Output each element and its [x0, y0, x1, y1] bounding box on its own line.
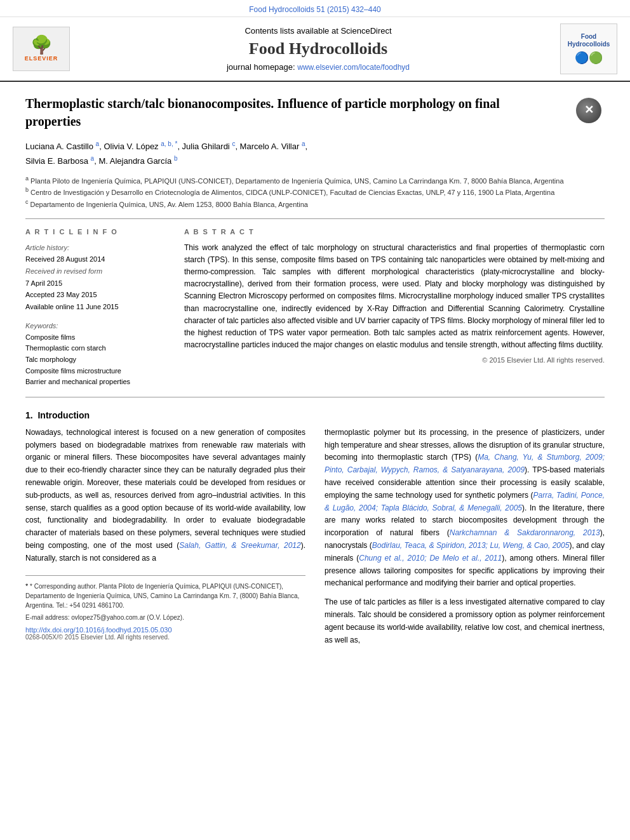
accepted-date: Accepted 23 May 2015	[25, 289, 165, 301]
body-left-col: Nowadays, technological interest is focu…	[25, 427, 305, 653]
intro-left-para: Nowadays, technological interest is focu…	[25, 427, 305, 565]
ref-ma-pinto[interactable]: Ma, Chang, Yu, & Stumborg, 2009; Pinto, …	[325, 453, 605, 474]
received-date: Received 28 August 2014	[25, 253, 165, 265]
footnote-email: E-mail address: ovlopez75@yahoo.com.ar (…	[25, 613, 305, 622]
keywords-section: Keywords: Composite films Thermoplastic …	[25, 322, 165, 388]
ref-parra-tapla[interactable]: Parra, Tadini, Ponce, & Lugão, 2004; Tap…	[325, 491, 605, 512]
body-two-col: Nowadays, technological interest is focu…	[25, 427, 605, 653]
journal-logo-box: FoodHydrocolloids 🔵🟢	[560, 23, 617, 74]
journal-citation: Food Hydrocolloids 51 (2015) 432–440	[0, 0, 630, 17]
homepage-url[interactable]: www.elsevier.com/locate/foodhyd	[297, 63, 410, 72]
intro-right-para-1: thermoplastic polymer but its processing…	[325, 427, 605, 590]
affiliation-a-text: Planta Piloto de Ingeniería Química, PLA…	[30, 177, 563, 185]
elsevier-label: ELSEVIER	[25, 55, 58, 62]
affiliation-b: b Centro de Investigación y Desarrollo e…	[25, 186, 605, 197]
science-direct-text: Contents lists available at ScienceDirec…	[245, 26, 391, 36]
affiliation-b-text: Centro de Investigación y Desarrollo en …	[30, 189, 554, 196]
citation-text: Food Hydrocolloids 51 (2015) 432–440	[249, 5, 380, 14]
elsevier-logo-image: 🌳 ELSEVIER	[13, 27, 70, 71]
affiliation-c: c Departamento de Ingeniería Química, UN…	[25, 198, 605, 210]
author-barbosa: Silvia E. Barbosa a,	[25, 156, 98, 166]
separator-2	[25, 397, 605, 397]
ref-salah[interactable]: Salah, Gattin, & Sreekumar, 2012	[179, 541, 300, 550]
ref-bodirlau[interactable]: Bodirlau, Teaca, & Spiridon, 2013; Lu, W…	[372, 541, 570, 550]
author-garcia: M. Alejandra García b	[98, 156, 177, 166]
section-number: 1.	[25, 410, 33, 420]
section-title: Introduction	[37, 410, 90, 420]
revised-label: Received in revised form	[25, 265, 165, 277]
abstract-label: A B S T R A C T	[184, 228, 605, 236]
copyright-text: © 2015 Elsevier Ltd. All rights reserved…	[184, 356, 605, 364]
author-lopez: Olivia V. López a, b, *,	[104, 142, 182, 151]
journal-title: Food Hydrocolloids	[76, 39, 560, 58]
article-title: Thermoplastic starch/talc bionanocomposi…	[25, 95, 605, 130]
science-direct-link[interactable]: Contents lists available at ScienceDirec…	[76, 26, 560, 36]
journal-name-section: Contents lists available at ScienceDirec…	[76, 26, 560, 72]
article-info-label: A R T I C L E I N F O	[25, 228, 165, 236]
intro-heading: 1. Introduction	[25, 410, 605, 420]
journal-homepage: journal homepage: www.elsevier.com/locat…	[76, 62, 560, 72]
separator	[25, 218, 605, 219]
keyword-barrier: Barrier and mechanical properties	[25, 377, 165, 388]
email-label: E-mail address:	[25, 614, 69, 621]
issn-text: 0268-005X/© 2015 Elsevier Ltd. All right…	[25, 634, 305, 641]
ref-nark[interactable]: Narkchamnan & Sakdaronnarong, 2013	[450, 528, 600, 537]
history-label: Article history:	[25, 242, 165, 254]
intro-right-para-2: The use of talc particles as filler is a…	[325, 596, 605, 646]
keyword-microstructure: Composite films microstructure	[25, 366, 165, 377]
author-ghilardi: Julia Ghilardi c,	[182, 142, 240, 151]
crossmark-icon: ✕	[576, 98, 601, 123]
keyword-composite-films: Composite films	[25, 332, 165, 343]
doi-link[interactable]: http://dx.doi.org/10.1016/j.foodhyd.2015…	[25, 626, 305, 634]
footnote-star-note: * * Corresponding author. Planta Piloto …	[25, 581, 305, 611]
author-villar: Marcelo A. Villar a,	[240, 142, 307, 151]
elsevier-logo: 🌳 ELSEVIER	[13, 27, 76, 71]
journal-header: 🌳 ELSEVIER Contents lists available at S…	[0, 17, 630, 82]
author-castillo: Luciana A. Castillo a,	[25, 142, 104, 151]
article-history: Article history: Received 28 August 2014…	[25, 242, 165, 313]
keywords-label: Keywords:	[25, 322, 165, 330]
body-right-col: thermoplastic polymer but its processing…	[325, 427, 605, 653]
elsevier-tree-icon: 🌳	[30, 36, 53, 54]
keyword-thermoplastic: Thermoplastic corn starch	[25, 343, 165, 354]
journal-logo-image: 🔵🟢	[575, 51, 603, 65]
email-link[interactable]: ovlopez75@yahoo.com.ar (O.V. López).	[71, 614, 184, 621]
article-info-abstract: A R T I C L E I N F O Article history: R…	[25, 228, 605, 388]
footnote-text: * Corresponding author. Planta Piloto de…	[25, 583, 299, 610]
introduction-section: 1. Introduction Nowadays, technological …	[25, 410, 605, 653]
homepage-label: journal homepage:	[227, 62, 295, 72]
journal-logo-title: FoodHydrocolloids	[568, 33, 610, 48]
main-content: Thermoplastic starch/talc bionanocomposi…	[0, 82, 630, 665]
authors-section: Luciana A. Castillo a, Olivia V. López a…	[25, 139, 605, 168]
ref-chung[interactable]: Chung et al., 2010; De Melo et al., 2011	[359, 554, 502, 563]
title-text: Thermoplastic starch/talc bionanocomposi…	[25, 97, 500, 128]
affiliation-a: a Planta Piloto de Ingeniería Química, P…	[25, 175, 605, 186]
revised-date: 7 April 2015	[25, 277, 165, 290]
affiliation-c-text: Departamento de Ingeniería Química, UNS,…	[30, 200, 308, 208]
affiliations-section: a Planta Piloto de Ingeniería Química, P…	[25, 175, 605, 209]
footnote-section: * * Corresponding author. Planta Piloto …	[25, 575, 305, 623]
keyword-talc-morphology: Talc morphology	[25, 354, 165, 366]
abstract-column: A B S T R A C T This work analyzed the e…	[184, 228, 605, 388]
article-info-column: A R T I C L E I N F O Article history: R…	[25, 228, 165, 388]
abstract-text: This work analyzed the effect of talc mo…	[184, 242, 605, 352]
online-date: Available online 11 June 2015	[25, 301, 165, 313]
crossmark-badge[interactable]: ✕	[573, 95, 605, 126]
